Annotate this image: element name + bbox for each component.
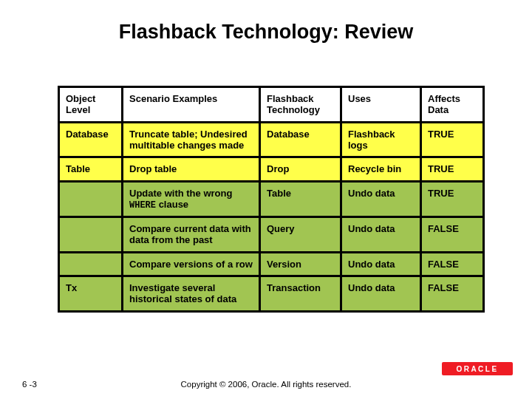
cell-uses: Recycle bin [341,157,421,181]
cell-scenario: Compare current data with data from the … [123,217,260,253]
cell-uses: Undo data [341,252,421,276]
cell-object-level: Database [59,122,123,157]
page-number: 6 -3 [22,380,37,389]
table-row: Update with the wrong WHERE clause Table… [59,181,484,216]
cell-affects-data: FALSE [421,217,484,253]
col-header-object-level: Object Level [59,87,123,123]
cell-uses: Undo data [341,217,421,253]
cell-scenario: Truncate table; Undesired multitable cha… [123,122,260,157]
cell-object-level: Tx [59,276,123,312]
cell-scenario-post: clause [156,199,188,210]
table-header-row: Object Level Scenario Examples Flashback… [59,87,484,123]
cell-affects-data: TRUE [421,181,484,216]
cell-flashback-tech: Drop [260,157,341,181]
review-table: Object Level Scenario Examples Flashback… [58,86,485,313]
oracle-logo-icon: ORACLE [442,362,513,375]
cell-scenario-code: WHERE [129,200,156,211]
footer: 6 -3 Copyright © 2006, Oracle. All right… [0,380,532,389]
logo-text: ORACLE [456,365,498,373]
cell-scenario: Investigate several historical states of… [123,276,260,312]
table-row: Database Truncate table; Undesired multi… [59,122,484,157]
cell-scenario: Drop table [123,157,260,181]
cell-affects-data: FALSE [421,276,484,312]
cell-flashback-tech: Query [260,217,341,253]
cell-object-level: Table [59,157,123,181]
copyright: Copyright © 2006, Oracle. All rights res… [0,380,532,389]
col-header-uses: Uses [341,87,421,123]
col-header-affects-data: Affects Data [421,87,484,123]
cell-scenario: Update with the wrong WHERE clause [123,181,260,216]
table-row: Tx Investigate several historical states… [59,276,484,312]
table-row: Compare versions of a row Version Undo d… [59,252,484,276]
cell-flashback-tech: Table [260,181,341,216]
slide-title: Flashback Technology: Review [0,21,532,44]
cell-scenario-pre: Update with the wrong [129,188,232,199]
cell-affects-data: FALSE [421,252,484,276]
cell-flashback-tech: Transaction [260,276,341,312]
cell-object-level [59,252,123,276]
cell-affects-data: TRUE [421,157,484,181]
cell-uses: Undo data [341,181,421,216]
table-row: Compare current data with data from the … [59,217,484,253]
col-header-flashback-tech: Flashback Technology [260,87,341,123]
cell-affects-data: TRUE [421,122,484,157]
table-row: Table Drop table Drop Recycle bin TRUE [59,157,484,181]
cell-object-level [59,181,123,216]
cell-uses: Flashback logs [341,122,421,157]
slide: Flashback Technology: Review Object Leve… [0,0,532,399]
cell-flashback-tech: Database [260,122,341,157]
cell-object-level [59,217,123,253]
cell-scenario: Compare versions of a row [123,252,260,276]
col-header-scenario-examples: Scenario Examples [123,87,260,123]
cell-uses: Undo data [341,276,421,312]
cell-flashback-tech: Version [260,252,341,276]
